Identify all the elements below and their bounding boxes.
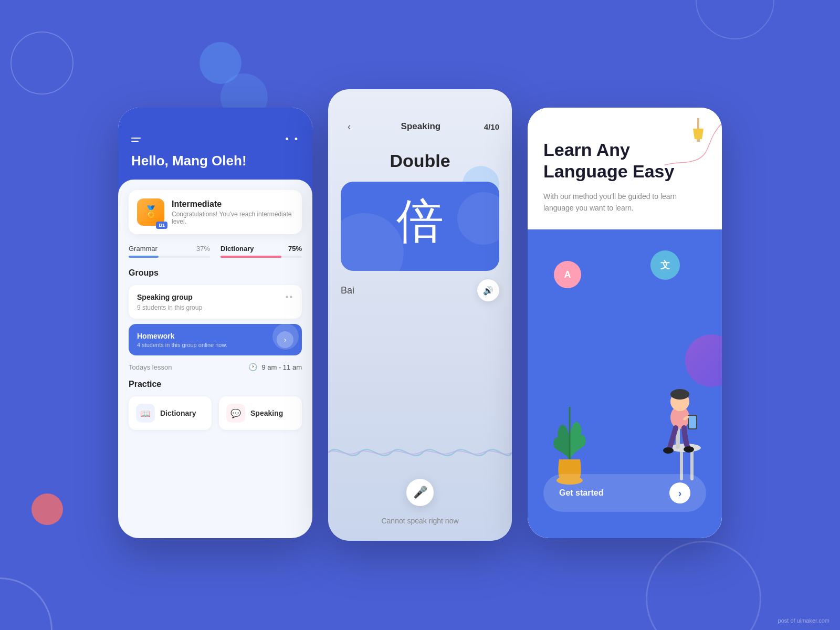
chinese-character: 倍 [356, 197, 484, 245]
grammar-pct: 37% [196, 245, 210, 253]
wave-section: 🎤 Cannot speak right now [328, 301, 512, 541]
language-bubble-a: A [554, 261, 581, 288]
more-options-icon[interactable]: • • [285, 134, 299, 145]
dictionary-practice-card[interactable]: 📖 Dictionary [129, 396, 212, 430]
svg-marker-1 [693, 129, 704, 139]
svg-point-13 [663, 447, 674, 454]
word-text: Double [390, 151, 450, 171]
homework-bg-circle [272, 323, 299, 350]
red-line-decoration [654, 123, 722, 165]
sound-button[interactable]: 🔊 [477, 279, 499, 301]
speaking-screen-title: Speaking [401, 121, 441, 132]
level-description: Congratulations! You've reach intermedia… [172, 211, 293, 225]
speaking-group-desc: 9 students in this group [137, 304, 293, 311]
lamp-icon [690, 118, 706, 150]
level-title: Intermediate [172, 200, 293, 209]
clock-icon: 🕐 [248, 363, 257, 371]
svg-point-14 [684, 446, 694, 453]
dashboard-body: 🏅 B1 Intermediate Congratulations! You'v… [118, 180, 312, 538]
svg-rect-2 [697, 139, 700, 142]
homework-card[interactable]: Homework 4 students in this group online… [129, 324, 302, 355]
mic-button[interactable]: 🎤 [406, 479, 434, 506]
bg-decoration-circle-4 [32, 494, 63, 525]
romanization-text: Bai [341, 285, 354, 296]
plant-illustration [543, 391, 596, 486]
svg-rect-0 [697, 118, 699, 129]
groups-section-title: Groups [129, 268, 302, 278]
speaking-group-card[interactable]: Speaking group •• 9 students in this gro… [129, 285, 302, 319]
person-illustration [638, 381, 711, 486]
homework-desc: 4 students in this group online now. [137, 342, 227, 348]
phones-container: • • Hello, Mang Oleh! 🏅 B1 Intermediate … [0, 0, 840, 630]
sound-icon: 🔊 [483, 286, 494, 296]
wave-visualization [328, 437, 512, 468]
progress-counter: 4/10 [484, 122, 499, 131]
practice-row: 📖 Dictionary 💬 Speaking [129, 396, 302, 430]
hamburger-line-2 [131, 141, 139, 142]
grammar-track [129, 256, 210, 258]
bg-decoration-circle-1 [10, 32, 74, 94]
svg-rect-12 [689, 416, 696, 428]
hamburger-menu-icon[interactable] [131, 138, 141, 142]
lesson-label: Todays lesson [129, 363, 244, 371]
onboarding-screen: Learn Any Language Easy With our method … [528, 108, 722, 538]
level-badge-label: B1 [156, 222, 167, 229]
phone-speaking: ‹ Speaking 4/10 Double 倍 [328, 89, 512, 541]
practice-section-title: Practice [129, 380, 302, 389]
lesson-time: 9 am - 11 am [261, 363, 302, 371]
level-card[interactable]: 🏅 B1 Intermediate Congratulations! You'v… [129, 190, 302, 234]
speaking-icon: 💬 [226, 404, 245, 423]
speaking-screen: ‹ Speaking 4/10 Double 倍 [328, 89, 512, 541]
lesson-row: Todays lesson 🕐 9 am - 11 am [129, 363, 302, 371]
group-options-icon[interactable]: •• [286, 292, 293, 302]
get-started-arrow-icon: › [669, 482, 690, 503]
onboard-description: With our method you'll be guided to lear… [543, 191, 706, 214]
grammar-label: Grammar [129, 245, 158, 253]
chinese-character-card: 倍 [341, 182, 499, 271]
romanization-row: Bai 🔊 [328, 279, 512, 301]
back-button[interactable]: ‹ [341, 118, 358, 135]
speaking-practice-label: Speaking [250, 409, 283, 417]
get-started-row: Get started › [543, 474, 706, 512]
phone-onboarding: Learn Any Language Easy With our method … [528, 108, 722, 538]
dictionary-track [220, 256, 302, 258]
cannot-speak-text: Cannot speak right now [381, 517, 458, 525]
dictionary-label: Dictionary [220, 245, 254, 253]
greeting-text: Hello, Mang Oleh! [131, 153, 299, 169]
dashboard-header: • • Hello, Mang Oleh! [118, 108, 312, 180]
get-started-button[interactable]: Get started › [543, 474, 706, 512]
dictionary-progress: Dictionary 75% [220, 245, 302, 258]
dictionary-icon: 📖 [136, 404, 155, 423]
grammar-progress: Grammar 37% [129, 245, 210, 258]
dictionary-fill [220, 256, 281, 258]
hamburger-line-1 [131, 138, 141, 139]
level-info: Intermediate Congratulations! You've rea… [172, 200, 293, 225]
illustration-area [538, 339, 711, 486]
svg-point-10 [670, 389, 689, 400]
dictionary-practice-label: Dictionary [160, 409, 196, 417]
speaking-practice-card[interactable]: 💬 Speaking [219, 396, 302, 430]
watermark: post of uimaker.com [778, 617, 830, 624]
homework-title: Homework [137, 332, 227, 340]
progress-section: Grammar 37% Dictionary 75% [129, 245, 302, 258]
phone-dashboard: • • Hello, Mang Oleh! 🏅 B1 Intermediate … [118, 108, 312, 538]
grammar-fill [129, 256, 159, 258]
get-started-text: Get started [559, 488, 603, 498]
dictionary-pct: 75% [288, 245, 302, 253]
onboarding-top: Learn Any Language Easy With our method … [528, 108, 722, 229]
mic-icon: 🎤 [413, 486, 427, 499]
speaking-header: ‹ Speaking 4/10 [328, 89, 512, 145]
onboarding-bottom: A 文 [528, 229, 722, 538]
level-badge-icon: 🏅 B1 [137, 198, 164, 226]
language-bubble-zh: 文 [650, 250, 680, 280]
speaking-group-name: Speaking group [137, 293, 193, 301]
